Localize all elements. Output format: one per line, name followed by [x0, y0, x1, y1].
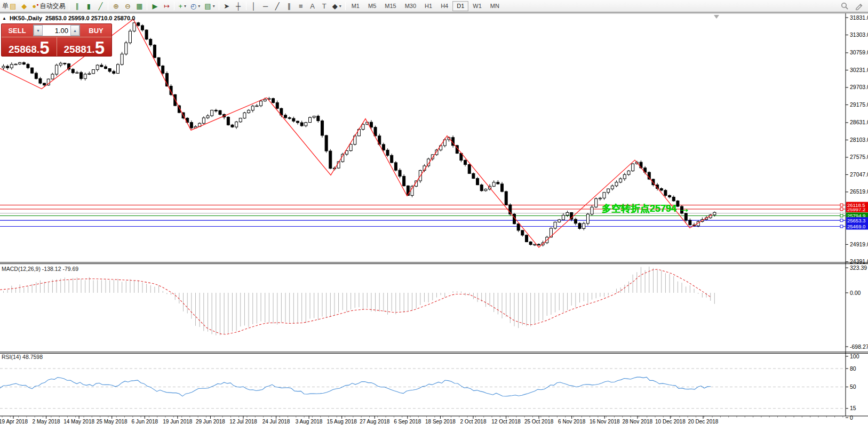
- timeframe-button-m5[interactable]: M5: [364, 1, 380, 11]
- horizontal-lines[interactable]: [0, 204, 846, 228]
- svg-text:30759.0: 30759.0: [850, 49, 868, 55]
- autotrading-icon: ●●: [32, 3, 38, 10]
- chart-shift-button[interactable]: ↦: [161, 1, 172, 12]
- svg-text:19 Apr 2018: 19 Apr 2018: [0, 419, 28, 425]
- svg-text:25 May 2018: 25 May 2018: [97, 419, 128, 425]
- volume-decrease-button[interactable]: ▼: [34, 25, 43, 36]
- rsi-indicator-label: RSI(14) 48.7598: [2, 354, 43, 360]
- toolbar-tools-group: ∥▮╱⊕⊖▦▶↦+▾◴▾▤▾➤┼│─╱∥≡AT◆▾: [71, 1, 343, 12]
- macd-signal-line: [0, 269, 711, 334]
- macd-histogram: [4, 267, 715, 335]
- sell-button[interactable]: SELL: [2, 24, 33, 37]
- periods-clock-button[interactable]: ◴▾: [188, 1, 202, 12]
- cursor-button[interactable]: ➤: [221, 1, 233, 12]
- trendline-button[interactable]: ╱: [272, 1, 283, 12]
- svg-text:28 Nov 2018: 28 Nov 2018: [622, 419, 652, 425]
- timeframe-button-d1[interactable]: D1: [452, 1, 468, 11]
- chart-shift-icon: ↦: [164, 3, 170, 10]
- buy-button[interactable]: BUY: [81, 24, 112, 37]
- svg-text:24391.0: 24391.0: [850, 258, 868, 265]
- crosshair-button[interactable]: ┼: [233, 1, 244, 12]
- crosshair-icon: ┼: [236, 3, 241, 10]
- chart-template-icon: ▤: [204, 3, 211, 10]
- bid-price[interactable]: 25868. 5: [2, 37, 57, 57]
- rsi-axis[interactable]: 1008050150: [846, 353, 859, 421]
- chart-template-button[interactable]: ▤▾: [202, 1, 217, 12]
- new-order-label: 单: [2, 2, 9, 11]
- price-axis[interactable]: 31831.031303.030759.030231.029703.029175…: [846, 14, 868, 265]
- toolbar-separator: [69, 2, 69, 10]
- volume-control: ▼ ▲: [33, 25, 80, 36]
- timeframe-button-m15[interactable]: M15: [380, 1, 400, 11]
- text-label-button[interactable]: T: [318, 1, 330, 12]
- fibonacci-retracement-icon: ≡: [299, 3, 303, 10]
- zoom-in-button[interactable]: ⊕: [110, 1, 122, 12]
- fibonacci-retracement-button[interactable]: ≡: [295, 1, 307, 12]
- indicators-add-button[interactable]: +▾: [176, 1, 188, 12]
- svg-text:15 Aug 2018: 15 Aug 2018: [327, 419, 357, 425]
- dropdown-caret-icon: ▾: [184, 4, 186, 9]
- svg-text:30231.0: 30231.0: [850, 67, 868, 73]
- svg-text:26519.0: 26519.0: [850, 188, 868, 195]
- auto-scroll-button[interactable]: ▶: [149, 1, 161, 12]
- tile-windows-button[interactable]: ▦: [133, 1, 145, 12]
- new-order-button[interactable]: 单 ▤: [0, 1, 18, 12]
- macd-axis[interactable]: 323.390.00-698.27: [846, 265, 868, 350]
- svg-text:2 May 2018: 2 May 2018: [32, 419, 60, 425]
- toolbar-separator: [147, 2, 147, 10]
- text-button[interactable]: A: [307, 1, 318, 12]
- chart-annotation[interactable]: 多空转折点25794 →: [602, 202, 690, 215]
- chart-shift-marker[interactable]: [714, 15, 719, 19]
- svg-text:31303.0: 31303.0: [850, 31, 868, 38]
- ask-price-main: 25881.: [64, 44, 95, 55]
- svg-text:6 Jun 2018: 6 Jun 2018: [132, 419, 158, 425]
- candlestick-chart-button[interactable]: ▮: [83, 1, 94, 12]
- timeframe-button-m30[interactable]: M30: [401, 1, 420, 11]
- svg-text:29175.0: 29175.0: [850, 101, 868, 108]
- volume-input[interactable]: [43, 25, 70, 36]
- chart-canvas[interactable]: 31831.031303.030759.030231.029703.029175…: [0, 0, 868, 432]
- timeframe-button-mn[interactable]: MN: [486, 1, 504, 11]
- timeframe-button-h1[interactable]: H1: [420, 1, 436, 11]
- panel-collapse-icon[interactable]: ▲: [2, 16, 6, 21]
- annotation-text: 多空转折点25794: [602, 202, 676, 215]
- svg-text:24 Jul 2018: 24 Jul 2018: [262, 419, 290, 425]
- svg-text:25469.0: 25469.0: [847, 223, 865, 229]
- timeframe-button-w1[interactable]: W1: [468, 1, 486, 11]
- ask-price-big-digit: 5: [95, 41, 105, 55]
- toolbar-right-group: [841, 2, 868, 10]
- indicators-add-icon: +: [178, 3, 182, 10]
- horizontal-line-icon: ─: [263, 3, 268, 10]
- toolbar-separator: [345, 2, 346, 10]
- svg-text:28103.0: 28103.0: [850, 137, 868, 143]
- svg-text:28631.0: 28631.0: [850, 119, 868, 125]
- pane-borders: [0, 12, 868, 416]
- annotation-arrow-icon: →: [679, 202, 690, 215]
- autotrading-button[interactable]: ●● 自动交易: [30, 1, 67, 12]
- svg-text:100: 100: [850, 353, 859, 359]
- search-icon[interactable]: [841, 2, 849, 10]
- trendline-icon: ╱: [275, 3, 280, 10]
- volume-increase-button[interactable]: ▲: [70, 25, 79, 36]
- tile-windows-icon: ▦: [136, 3, 142, 10]
- auto-scroll-icon: ▶: [152, 3, 157, 10]
- line-chart-button[interactable]: ╱: [94, 1, 106, 12]
- arrows-button[interactable]: ◆▾: [330, 1, 344, 12]
- edit-note-icon[interactable]: [855, 2, 864, 10]
- rsi-level-lines: [0, 369, 846, 409]
- timeframe-button-h4[interactable]: H4: [436, 1, 452, 11]
- horizontal-line-button[interactable]: ─: [260, 1, 272, 12]
- periods-clock-icon: ◴: [190, 3, 196, 10]
- chart-symbol-period: HK50-,Daily: [10, 15, 42, 21]
- new-order-icon: ▤: [10, 3, 16, 10]
- svg-text:25 Oct 2018: 25 Oct 2018: [524, 419, 554, 425]
- zoom-out-button[interactable]: ⊖: [122, 1, 133, 12]
- equidistant-channel-button[interactable]: ∥: [283, 1, 295, 12]
- cursor-icon: ➤: [224, 3, 229, 10]
- time-axis[interactable]: 19 Apr 20182 May 201814 May 201825 May 2…: [0, 416, 843, 425]
- market-watch-button[interactable]: ◆: [18, 1, 30, 12]
- vertical-line-button[interactable]: │: [248, 1, 260, 12]
- timeframe-button-m1[interactable]: M1: [347, 1, 364, 11]
- ask-price[interactable]: 25881. 5: [57, 37, 112, 57]
- bar-chart-button[interactable]: ∥: [71, 1, 83, 12]
